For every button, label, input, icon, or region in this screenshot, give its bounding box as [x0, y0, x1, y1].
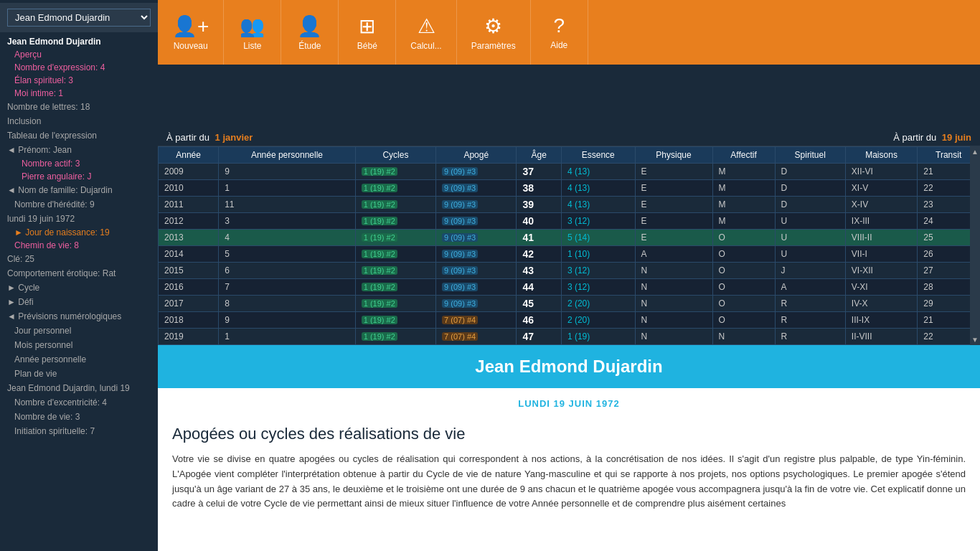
date-left-value: 1 janvier	[215, 132, 253, 143]
date-right: À partir du 19 juin	[893, 132, 971, 143]
sidebar-item-17[interactable]: Comportement érotique: Rat	[0, 266, 158, 281]
cell-cycles-0: 1 (19) #2	[355, 164, 435, 180]
toolbar-btn-bebe[interactable]: ⊞ Bébé	[339, 0, 396, 65]
toolbar-btn-liste[interactable]: 👥 Liste	[224, 0, 281, 65]
apogee-badge-0: 9 (09) #3	[442, 167, 478, 176]
sidebar-item-25[interactable]: Jean Edmond Dujardin, lundi 19	[0, 381, 158, 395]
table-row[interactable]: 201911 (19) #27 (07) #4471 (19)NNRII-VII…	[159, 329, 980, 345]
sidebar-item-28[interactable]: Initiation spirituelle: 7	[0, 424, 158, 438]
table-header-année: Année	[159, 147, 219, 164]
apogee-badge-2: 9 (09) #3	[442, 200, 478, 209]
table-header-cycles: Cycles	[355, 147, 435, 164]
sidebar-item-4[interactable]: Moi intime: 1	[0, 87, 158, 100]
cell-apogee-1: 9 (09) #3	[436, 180, 517, 197]
toolbar-btn-aide[interactable]: ? Aide	[531, 0, 588, 65]
cell-year-4: 2013	[159, 230, 219, 246]
cycle-badge-9: 1 (19) #2	[362, 316, 397, 324]
sidebar-item-21[interactable]: Jour personnel	[0, 324, 158, 338]
right-scroll[interactable]: ▲ ▼	[970, 146, 980, 345]
table-row[interactable]: 201891 (19) #27 (07) #4462 (20)NORIII-IX…	[159, 312, 980, 329]
toolbar-label-bebe: Bébé	[357, 41, 377, 51]
cell-cycles-10: 1 (19) #2	[355, 329, 435, 345]
sidebar-item-15[interactable]: Chemin de vie: 8	[0, 239, 158, 252]
table-row[interactable]: 2011111 (19) #29 (09) #3394 (13)EMDX-IV2…	[159, 197, 980, 213]
sidebar-item-20[interactable]: ◄ Prévisions numérologiques	[0, 309, 158, 324]
cell-physique-3: E	[635, 213, 712, 230]
cell-age-0: 37	[517, 164, 561, 180]
sidebar-item-22[interactable]: Mois personnel	[0, 338, 158, 352]
table-row[interactable]: 201451 (19) #29 (09) #3421 (10)AOUVII-I2…	[159, 246, 980, 263]
scroll-down-arrow[interactable]: ▼	[970, 334, 980, 345]
sidebar-item-2[interactable]: Nombre d'expression: 4	[0, 61, 158, 74]
cell-essence-8: 2 (20)	[561, 296, 635, 312]
cell-age-5: 42	[517, 246, 561, 263]
description-panel[interactable]: Jean Edmond Dujardin LUNDI 19 JUIN 1972 …	[158, 345, 980, 551]
sidebar-item-27[interactable]: Nombre de vie: 3	[0, 410, 158, 424]
sidebar-item-18[interactable]: ► Cycle	[0, 281, 158, 295]
cell-apogee-8: 9 (09) #3	[436, 296, 517, 312]
apogee-badge-1: 9 (09) #3	[442, 184, 478, 192]
sidebar-item-23[interactable]: Année personnelle	[0, 352, 158, 367]
sidebar-item-5[interactable]: Nombre de lettres: 18	[0, 100, 158, 114]
sidebar-item-11[interactable]: ◄ Nom de famille: Dujardin	[0, 183, 158, 197]
sidebar-item-6[interactable]: Inclusion	[0, 114, 158, 128]
cell-year-6: 2015	[159, 263, 219, 279]
sidebar-item-7[interactable]: Tableau de l'expression	[0, 128, 158, 143]
table-row[interactable]: 201341 (19) #29 (09) #3415 (14)EOUVIII-I…	[159, 230, 980, 246]
apogee-badge-5: 9 (09) #3	[442, 250, 478, 258]
cell-physique-8: N	[635, 296, 712, 312]
content: À partir du 1 janvier À partir du 19 jui…	[158, 129, 980, 551]
toolbar-label-liste: Liste	[243, 41, 261, 51]
sidebar-header[interactable]: Jean Edmond Dujardin	[0, 3, 158, 32]
table-row[interactable]: 200991 (19) #29 (09) #3374 (13)EMDXII-VI…	[159, 164, 980, 180]
toolbar-icon-aide: ?	[553, 14, 565, 37]
cell-cycles-9: 1 (19) #2	[355, 312, 435, 329]
toolbar-btn-calcul[interactable]: ⚠ Calcul...	[396, 0, 456, 65]
cell-essence-0: 4 (13)	[561, 164, 635, 180]
sidebar-item-9[interactable]: Nombre actif: 3	[0, 157, 158, 170]
sidebar-item-12[interactable]: Nombre d'hérédité: 9	[0, 197, 158, 212]
sidebar-item-1[interactable]: Aperçu	[0, 48, 158, 61]
cell-essence-7: 3 (12)	[561, 279, 635, 296]
cell-spirituel-5: U	[775, 246, 845, 263]
cell-age-1: 38	[517, 180, 561, 197]
cell-maisons-10: II-VIII	[845, 329, 917, 345]
sidebar-item-10[interactable]: Pierre angulaire: J	[0, 170, 158, 183]
sidebar-item-3[interactable]: Élan spirituel: 3	[0, 74, 158, 87]
cell-annee-perso-2: 11	[219, 197, 356, 213]
sidebar: Jean Edmond Dujardin Jean Edmond Dujardi…	[0, 0, 158, 551]
scroll-up-arrow[interactable]: ▲	[970, 146, 980, 157]
sidebar-item-26[interactable]: Nombre d'excentricité: 4	[0, 395, 158, 410]
person-dropdown[interactable]: Jean Edmond Dujardin	[7, 9, 151, 27]
apogee-badge-4: 9 (09) #3	[442, 233, 478, 242]
cell-cycles-1: 1 (19) #2	[355, 180, 435, 197]
table-header-année-personnelle: Année personnelle	[219, 147, 356, 164]
table-row[interactable]: 201231 (19) #29 (09) #3403 (12)EMUIX-III…	[159, 213, 980, 230]
cell-apogee-6: 9 (09) #3	[436, 263, 517, 279]
table-row[interactable]: 201671 (19) #29 (09) #3443 (12)NOAV-XI28	[159, 279, 980, 296]
toolbar-btn-etude[interactable]: 👤 Étude	[281, 0, 339, 65]
sidebar-item-14[interactable]: ► Jour de naissance: 19	[0, 226, 158, 239]
toolbar-icon-parametres: ⚙	[484, 14, 502, 38]
sidebar-item-0[interactable]: Jean Edmond Dujardin	[0, 35, 158, 48]
cell-physique-7: N	[635, 279, 712, 296]
sidebar-item-13[interactable]: lundi 19 juin 1972	[0, 212, 158, 226]
sidebar-item-16[interactable]: Clé: 25	[0, 252, 158, 266]
cell-apogee-4: 9 (09) #3	[436, 230, 517, 246]
sidebar-item-19[interactable]: ► Défi	[0, 295, 158, 309]
apogee-badge-7: 9 (09) #3	[442, 283, 478, 291]
table-row[interactable]: 201561 (19) #29 (09) #3433 (12)NOJVI-XII…	[159, 263, 980, 279]
toolbar-btn-parametres[interactable]: ⚙ Paramètres	[457, 0, 531, 65]
sidebar-item-24[interactable]: Plan de vie	[0, 367, 158, 381]
cell-essence-6: 3 (12)	[561, 263, 635, 279]
table-container[interactable]: AnnéeAnnée personnelleCyclesApogéÂgeEsse…	[158, 146, 980, 345]
table-row[interactable]: 201011 (19) #29 (09) #3384 (13)EMDXI-V22	[159, 180, 980, 197]
toolbar-btn-nouveau[interactable]: 👤+ Nouveau	[158, 0, 224, 65]
cell-year-1: 2010	[159, 180, 219, 197]
table-body: 200991 (19) #29 (09) #3374 (13)EMDXII-VI…	[159, 164, 980, 345]
cell-cycles-4: 1 (19) #2	[355, 230, 435, 246]
sidebar-item-8[interactable]: ◄ Prénom: Jean	[0, 143, 158, 157]
cell-essence-10: 1 (19)	[561, 329, 635, 345]
table-row[interactable]: 201781 (19) #29 (09) #3452 (20)NORIV-X29	[159, 296, 980, 312]
cell-cycles-8: 1 (19) #2	[355, 296, 435, 312]
